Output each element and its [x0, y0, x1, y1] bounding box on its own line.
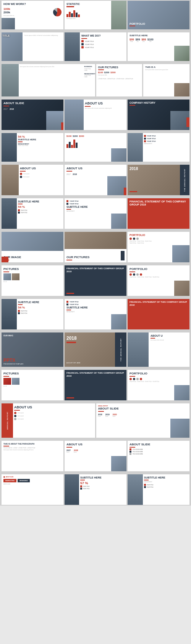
price3: $300 — [110, 71, 115, 74]
slide-about-slide-2: ABOUT SLIDE TITLE GOES HERE TITLE GOES H… — [128, 441, 189, 471]
slide-annual-about: ANNUAL REPORT ABOUT US lorem ipsum lorem… — [2, 403, 95, 438]
slide-our-pictures-2: OUR PICTURES — [65, 232, 126, 262]
annual-report-label: THE ANNUAL REPORT — [120, 338, 122, 361]
slide-title: OUR PICTURES — [98, 66, 141, 69]
slide-title: SUBTITLE HERE — [18, 301, 62, 304]
slide-subtitle-1: SUBTITLE HERE 54 % YOUR TITLE YOUR TITLE — [2, 198, 63, 229]
tag-marketing: MARKETING — [3, 479, 16, 482]
slide-title: FINANCIAL STATEMENT OF THIS COMPANY GROU… — [66, 372, 125, 378]
slide-subtitle-57: SUBTITLE HERE 57 % YOUR TITLE YOUR TITLE — [65, 474, 126, 505]
slide-paragraph: THIS IS ABOUT THE PARAGRAPH PRESENTATION… — [2, 441, 63, 471]
slide-statistic: STATISTIC lorem ipsum dolor — [65, 1, 126, 29]
year2: 2018 — [73, 173, 77, 175]
slide-about-us-1: ABOUT US lorem ipsum dolor sit amet cons… — [65, 100, 126, 130]
slide-financial-2019-2: FINANCIAL STATEMENT OF THIS COMPANY GROU… — [65, 370, 126, 400]
slide-title: ABOUT SLIDE — [98, 407, 188, 410]
slide-subtitle-prices: SUBTITLE HERE $99 basic $99 pro $68 plus… — [128, 32, 189, 61]
slide-subtitle: PRESENTATION TEMPLATE — [3, 363, 23, 365]
stat2: 200k — [3, 11, 14, 14]
slide-about-slide-years: ANNUAL REPORT ABOUT SLIDE 2018 lorem 201… — [96, 403, 190, 438]
slide-title: FINANCIAL STATEMENT OF THIS COMPANY GROU… — [66, 267, 125, 273]
slide-title: ABOUT US — [66, 167, 125, 170]
slide-title: PORTFOLIO — [129, 267, 188, 271]
price2: $200 — [104, 71, 109, 74]
slide-financial-2019-1: FINANCIAL STATEMENT OF THIS COMPANY GROU… — [65, 265, 126, 296]
slide-financial-1: FINANCIAL STATEMENT OF THIS COMPANY GROU… — [128, 198, 189, 229]
slide-54-percent: 54 % SUBTITLE HERE MANAGEMENT YOUR TITLE… — [2, 133, 63, 162]
slide-subtitle-3: SUBTITLE HERE 54 % YOUR TITLE YOUR TITLE — [2, 299, 63, 329]
slide-title: PORTFOLIO — [129, 372, 188, 375]
slide-pictures-2: PICTURES 01 02 — [2, 370, 63, 400]
slide-about-us-3: ABOUT US 2027 lorem 2028 lorem — [65, 441, 126, 471]
slide-title: SUBTITLE HERE — [129, 34, 188, 37]
slide-about-us-2: ABOUT US lorem ipsum lorem ipsum — [2, 165, 63, 195]
slide-title: TITLE — [2, 34, 10, 37]
percent: 54 % — [18, 306, 62, 309]
slide-portfolio-4: PORTFOLIO YOUR TITLE · YOUR TITLE · YOUR… — [128, 370, 189, 400]
year: 2018 — [66, 336, 77, 341]
price4: $100 — [147, 38, 154, 41]
slide-about-slide-tags: ABOUT SLIDE MARKETING BRANDING WRITE NOW — [2, 474, 63, 505]
slide-title: ABOUT U — [151, 334, 188, 337]
slide-financial-2: FINANCIAL STATEMENT OF THIS COMPANY GROU… — [128, 299, 189, 329]
percent: 54 % — [18, 205, 62, 209]
price3: $68 — [141, 38, 146, 41]
slide-title: THIS IS A — [145, 66, 188, 68]
slide-title: SUBTITLE HERE — [80, 476, 125, 479]
slide-title: SUBTITLE HERE — [18, 138, 62, 141]
slide-title: FINANCIAL STATEMENT OF THIS COMPANY GROU… — [129, 301, 188, 307]
slide-title: ABOUT US — [66, 443, 125, 446]
slide-what-we-do: WHAT WE DO? YOUR TITLE YOUR TITLE YOUR T… — [65, 32, 126, 61]
slide-our-pictures-right: OUR PICTURES $100 $200 $300 lorem ipsum … — [96, 64, 142, 96]
slide-about-u: ABOUT U lorem ipsum dolor sit amet — [128, 332, 189, 367]
slide-title: PICTURES — [3, 267, 62, 271]
slide-title: COMPANY HISTORY — [129, 101, 155, 104]
annual-report-text: THE ANNUAL REPORT — [184, 169, 186, 192]
slide-title: SUBTITLE HERE — [18, 200, 62, 203]
slide-pictures-1: PICTURES 01 02 — [2, 265, 63, 296]
slide-pptx: PPTX PRESENTATION TEMPLATE OUR IMAG — [2, 332, 63, 367]
slide-title: SUBTITLE HERE — [144, 476, 188, 479]
slide-title: SUBTITLE HERE — [66, 306, 125, 309]
slide-title: THIS IS ABOUT THE PARAGRAPH — [3, 443, 62, 445]
slide-title: PORTFOLIO — [129, 234, 188, 236]
percent: 54 % — [18, 135, 62, 138]
year1: 2017 — [66, 173, 71, 175]
slide-title-1: TITLE lorem ipsum dolor sit amet consect… — [2, 32, 63, 61]
slide-title: ABOUT US — [14, 405, 94, 409]
slide-title: PPTX — [3, 358, 23, 363]
slide-title: OUR PICTURES — [66, 255, 89, 259]
slide-subtitle-5: SUBTITLE HERE MANAGEMENT YOUR TITLE YOUR… — [128, 474, 189, 505]
slide-your-title-chart: YOUR TITLE YOUR TITLE YOUR TITLE MANAGEM… — [128, 133, 189, 162]
price1: $100 — [98, 71, 103, 74]
tag-branding: BRANDING — [18, 479, 30, 482]
slide-how-we-work: HOW WE WORK? 100k 200k lorem ipsum dolor… — [2, 1, 63, 29]
stat1: 100k — [3, 7, 14, 11]
slide-our-image-1: OUR IMAGE — [2, 232, 63, 262]
slide-subtitle-4: YOUR TITLE YOUR TITLE SUBTITLE HERE MANA… — [65, 299, 126, 329]
slide-title: SUBTITLE HERE — [66, 206, 125, 208]
slide-prices-chart: $100 $200 $300 — [65, 133, 126, 162]
slide-about-us-years: ABOUT US 2017 2018 — [65, 165, 126, 195]
slide-this-is-a: THIS IS A lorem ipsum dolor sit amet lor… — [143, 64, 189, 96]
percent: 57 % — [80, 481, 125, 485]
slide-our-pictures-1: lorem ipsum dolor sit amet consectetur a… — [2, 64, 95, 96]
slide-title: ABOUT US — [20, 167, 62, 170]
slide-title: FINANCIAL STATEMENT OF THIS COMPANY GROU… — [129, 200, 188, 207]
slide-title: HOW WE WORK? — [3, 3, 62, 6]
year: 2018 — [129, 167, 138, 171]
slide-title: PORTFOLIO — [129, 22, 145, 25]
slide-title: ABOUT US — [85, 101, 125, 105]
price1: $99 — [129, 38, 134, 41]
slide-portfolio-3: PORTFOLIO YOUR TITLE · YOUR TITLE · YOUR… — [128, 265, 189, 296]
slide-portfolio-2: PORTFOLIO YOUR TITLE · YOUR TITLE · YOUR… — [128, 232, 189, 262]
slide-title: ABOUT SLIDE — [3, 101, 62, 105]
slide-portfolio-1: PORTFOLIO — [128, 1, 189, 29]
slide-title: ABOUT SLIDE — [129, 443, 188, 446]
slide-annual-report-2: THE ANNUAL REPORT 2018 AUGUST 3ST JANE — [65, 332, 126, 367]
slide-annual-report-1: THE ANNUAL REPORT 2018 — [128, 165, 189, 195]
slide-subtitle-2: YOUR TITLE YOUR TITLE SUBTITLE HERE MANA… — [65, 198, 126, 229]
slide-title: PICTURES — [3, 372, 62, 375]
price2: $99 — [136, 38, 140, 41]
slide-title: WHAT WE DO? — [81, 34, 125, 37]
